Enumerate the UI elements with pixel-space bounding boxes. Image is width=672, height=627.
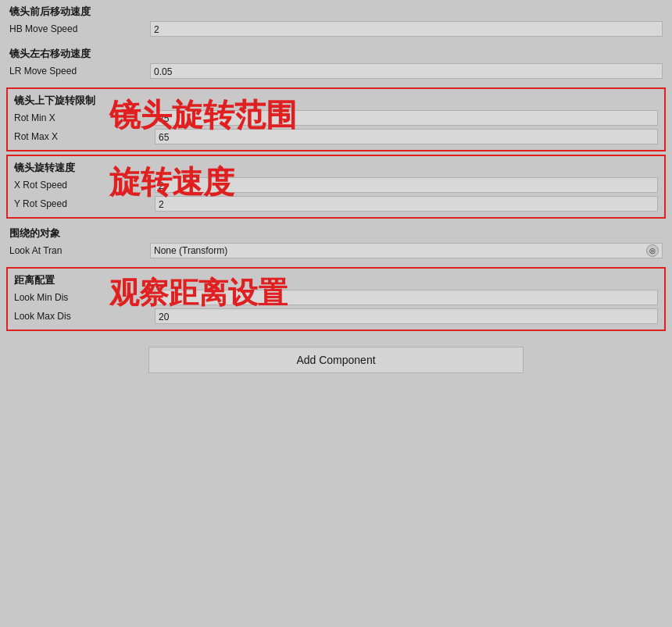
rot-limit-header: 镜头上下旋转限制: [14, 94, 658, 108]
hb-move-header: 镜头前后移动速度: [9, 5, 663, 19]
look-at-title-cn: 围绕的对象: [9, 227, 60, 239]
y-rot-row: Y Rot Speed 2: [14, 195, 658, 212]
distance-group: 距离配置 Look Min Dis Look Max Dis 20: [6, 267, 666, 331]
lr-move-group: 镜头左右移动速度 LR Move Speed 0.05: [0, 42, 672, 84]
lr-move-value[interactable]: 0.05: [150, 63, 663, 79]
inspector-panel: 镜头前后移动速度 HB Move Speed 2 镜头左右移动速度 LR Mov…: [0, 0, 672, 386]
look-min-row: Look Min Dis: [14, 289, 658, 306]
look-max-value[interactable]: 20: [155, 308, 658, 324]
look-at-row: Look At Tran None (Transform) ◎: [9, 242, 663, 259]
rot-min-value[interactable]: 25: [155, 110, 658, 126]
rot-speed-container: 镜头旋转速度 X Rot Speed 2 Y Rot Speed 2 旋转速度: [0, 155, 672, 219]
rot-limit-group: 镜头上下旋转限制 Rot Min X 25 Rot Max X 65: [6, 87, 666, 151]
look-at-select-text: None (Transform): [154, 245, 646, 256]
y-rot-label: Y Rot Speed: [14, 198, 155, 209]
look-max-row: Look Max Dis 20: [14, 308, 658, 325]
rot-speed-title-cn: 镜头旋转速度: [14, 162, 75, 173]
add-component-button[interactable]: Add Component: [148, 347, 524, 373]
hb-move-label: HB Move Speed: [9, 23, 150, 34]
rot-limit-container: 镜头上下旋转限制 Rot Min X 25 Rot Max X 65 镜头旋转范…: [0, 87, 672, 151]
distance-container: 距离配置 Look Min Dis Look Max Dis 20 观察距离设置: [0, 267, 672, 331]
look-at-group: 围绕的对象 Look At Tran None (Transform) ◎: [0, 222, 672, 264]
x-rot-row: X Rot Speed 2: [14, 176, 658, 194]
look-max-label: Look Max Dis: [14, 311, 155, 322]
distance-title-cn: 距离配置: [14, 274, 55, 286]
look-min-label: Look Min Dis: [14, 292, 155, 303]
lr-move-header: 镜头左右移动速度: [9, 47, 663, 61]
rot-max-row: Rot Max X 65: [14, 128, 658, 145]
lr-move-row: LR Move Speed 0.05: [9, 62, 663, 80]
look-at-label: Look At Tran: [9, 245, 150, 256]
hb-move-title-cn: 镜头前后移动速度: [9, 5, 91, 17]
x-rot-label: X Rot Speed: [14, 180, 155, 191]
rot-min-label: Rot Min X: [14, 112, 155, 123]
add-component-row: Add Component: [0, 334, 672, 386]
rot-max-label: Rot Max X: [14, 131, 155, 142]
x-rot-value[interactable]: 2: [155, 177, 658, 193]
look-min-value[interactable]: [155, 290, 658, 305]
lr-move-label: LR Move Speed: [9, 66, 150, 77]
rot-min-row: Rot Min X 25: [14, 109, 658, 126]
rot-speed-group: 镜头旋转速度 X Rot Speed 2 Y Rot Speed 2: [6, 155, 666, 219]
select-circle-icon[interactable]: ◎: [646, 244, 659, 257]
lr-move-title-cn: 镜头左右移动速度: [9, 48, 91, 59]
rot-max-value[interactable]: 65: [155, 129, 658, 144]
look-at-select[interactable]: None (Transform) ◎: [150, 243, 663, 258]
hb-move-value[interactable]: 2: [150, 21, 663, 37]
y-rot-value[interactable]: 2: [155, 196, 658, 212]
rot-speed-header: 镜头旋转速度: [14, 161, 658, 175]
rot-limit-title-cn: 镜头上下旋转限制: [14, 94, 95, 106]
look-at-header: 围绕的对象: [9, 226, 663, 240]
hb-move-row: HB Move Speed 2: [9, 20, 663, 37]
hb-move-group: 镜头前后移动速度 HB Move Speed 2: [0, 0, 672, 42]
distance-header: 距离配置: [14, 273, 658, 287]
